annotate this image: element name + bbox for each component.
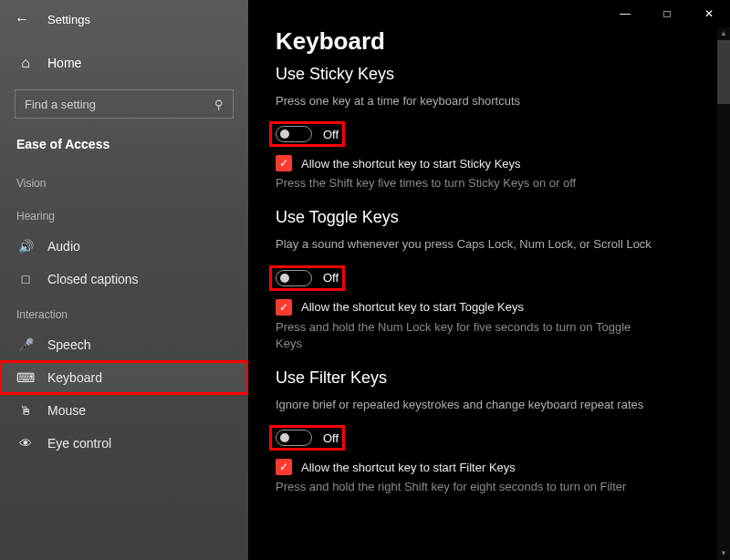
back-arrow-icon[interactable]: ← bbox=[15, 11, 29, 27]
nav-audio[interactable]: 🔊 Audio bbox=[0, 230, 248, 263]
close-button[interactable]: ✕ bbox=[688, 0, 730, 27]
search-placeholder: Find a setting bbox=[25, 98, 96, 111]
group-interaction: Interaction bbox=[0, 296, 248, 328]
filter-checkbox-row: ✓ Allow the shortcut key to start Filter… bbox=[276, 459, 703, 475]
filter-checkbox-label: Allow the shortcut key to start Filter K… bbox=[301, 461, 516, 474]
group-hearing: Hearing bbox=[0, 197, 248, 230]
togglekeys-checkbox-row: ✓ Allow the shortcut key to start Toggle… bbox=[276, 299, 703, 316]
nav-speech[interactable]: 🎤 Speech bbox=[0, 328, 248, 361]
nav-label: Eye control bbox=[47, 436, 111, 451]
sticky-hint: Press the Shift key five times to turn S… bbox=[276, 175, 659, 192]
settings-sidebar: ← Settings ⌂ Home Find a setting ⚲ Ease … bbox=[0, 0, 248, 560]
toggle-label: Off bbox=[323, 431, 339, 445]
togglekeys-heading: Use Toggle Keys bbox=[276, 208, 703, 227]
toggle-thumb bbox=[280, 433, 289, 442]
search-icon: ⚲ bbox=[214, 98, 224, 111]
filter-toggle[interactable]: Off bbox=[270, 426, 344, 450]
sticky-toggle[interactable]: Off bbox=[270, 122, 344, 146]
minimize-button[interactable]: ― bbox=[604, 0, 646, 27]
captions-icon: □ bbox=[18, 272, 33, 286]
nav-mouse[interactable]: 🖱 Mouse bbox=[0, 394, 248, 427]
toggle-track[interactable] bbox=[276, 270, 312, 286]
group-vision: Vision bbox=[0, 164, 248, 197]
toggle-thumb bbox=[280, 130, 289, 139]
toggle-track[interactable] bbox=[276, 430, 312, 446]
sticky-desc: Press one key at a time for keyboard sho… bbox=[276, 93, 659, 109]
nav-label: Audio bbox=[47, 239, 80, 254]
main-panel: Keyboard Use Sticky Keys Press one key a… bbox=[248, 0, 730, 560]
toggle-label: Off bbox=[323, 271, 339, 285]
scroll-down-icon[interactable]: ▼ bbox=[717, 547, 730, 560]
nav-label: Closed captions bbox=[47, 272, 139, 286]
nav-keyboard[interactable]: ⌨ Keyboard bbox=[0, 361, 248, 394]
home-icon: ⌂ bbox=[18, 55, 33, 71]
scroll-thumb[interactable] bbox=[717, 40, 730, 104]
togglekeys-toggle[interactable]: Off bbox=[270, 266, 344, 290]
toggle-track[interactable] bbox=[276, 126, 312, 142]
nav-closed-captions[interactable]: □ Closed captions bbox=[0, 263, 248, 296]
page-title: Keyboard bbox=[276, 27, 703, 56]
microphone-icon: 🎤 bbox=[18, 337, 33, 352]
scroll-up-icon[interactable]: ▲ bbox=[717, 27, 730, 40]
titlebar: ← Settings bbox=[0, 11, 248, 46]
app-title: Settings bbox=[47, 13, 90, 26]
filter-checkbox[interactable]: ✓ bbox=[276, 459, 292, 475]
filter-desc: Ignore brief or repeated keystrokes and … bbox=[276, 397, 659, 413]
sticky-checkbox-row: ✓ Allow the shortcut key to start Sticky… bbox=[276, 155, 703, 171]
audio-icon: 🔊 bbox=[18, 239, 33, 254]
scrollbar[interactable]: ▲ ▼ bbox=[717, 27, 730, 560]
sticky-heading: Use Sticky Keys bbox=[276, 65, 703, 84]
nav-home[interactable]: ⌂ Home bbox=[0, 46, 248, 80]
filter-hint: Press and hold the right Shift key for e… bbox=[276, 479, 659, 495]
togglekeys-hint: Press and hold the Num Lock key for five… bbox=[276, 319, 659, 352]
togglekeys-desc: Play a sound whenever you press Caps Loc… bbox=[276, 236, 659, 253]
search-input[interactable]: Find a setting ⚲ bbox=[15, 89, 234, 119]
togglekeys-checkbox[interactable]: ✓ bbox=[276, 299, 292, 316]
mouse-icon: 🖱 bbox=[18, 403, 33, 418]
sticky-checkbox-label: Allow the shortcut key to start Sticky K… bbox=[301, 157, 521, 171]
nav-label: Mouse bbox=[47, 403, 86, 418]
nav-label: Keyboard bbox=[47, 370, 102, 385]
category-title: Ease of Access bbox=[0, 128, 248, 164]
toggle-label: Off bbox=[323, 128, 339, 141]
keyboard-icon: ⌨ bbox=[18, 370, 33, 385]
window-controls: ― □ ✕ bbox=[604, 0, 730, 27]
nav-eye-control[interactable]: 👁 Eye control bbox=[0, 427, 248, 460]
toggle-thumb bbox=[280, 274, 289, 283]
home-label: Home bbox=[47, 56, 81, 70]
nav-label: Speech bbox=[47, 337, 90, 352]
eye-icon: 👁 bbox=[18, 436, 33, 451]
togglekeys-checkbox-label: Allow the shortcut key to start Toggle K… bbox=[301, 300, 524, 314]
maximize-button[interactable]: □ bbox=[646, 0, 688, 27]
filter-heading: Use Filter Keys bbox=[276, 368, 703, 388]
sticky-checkbox[interactable]: ✓ bbox=[276, 155, 292, 171]
